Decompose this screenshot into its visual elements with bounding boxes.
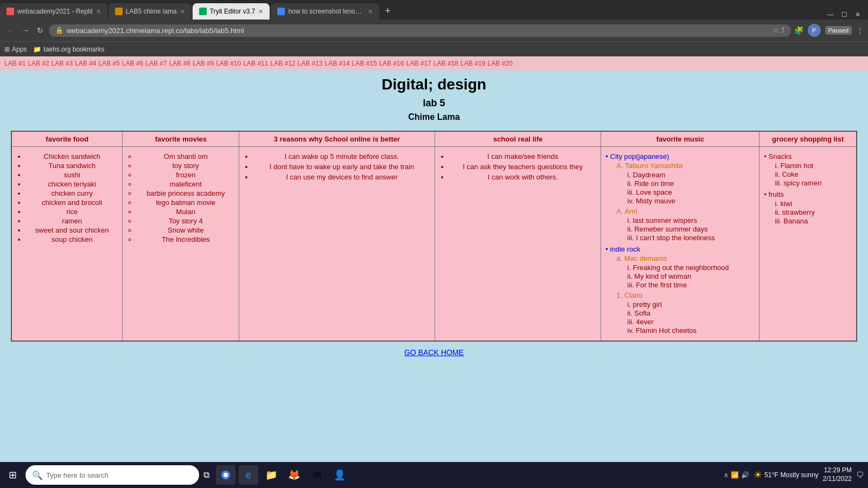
lab-nav-13[interactable]: LAB #13 xyxy=(298,60,323,67)
extensions-icon[interactable]: 🧩 xyxy=(794,26,803,35)
grocery-item: i. kiwi xyxy=(775,200,852,208)
minimize-button[interactable]: — xyxy=(824,10,837,20)
taskbar-right: ∧ 📶 🔊 ☀ 51°F Mostly sunny 12:29 PM 2/11/… xyxy=(724,466,864,483)
volume-icon[interactable]: 🔊 xyxy=(741,471,749,479)
paused-label: Paused xyxy=(828,27,848,34)
page-title: Digital; design xyxy=(11,76,857,93)
lab-nav-5[interactable]: LAB #5 xyxy=(99,60,120,67)
col-header-reasons: 3 reasons why School online is better xyxy=(239,131,435,147)
lab-nav-16[interactable]: LAB #16 xyxy=(379,60,404,67)
apps-grid-icon: ⊞ xyxy=(4,46,10,53)
taskbar-edge-icon[interactable]: e xyxy=(239,465,258,485)
lock-icon: 🔒 xyxy=(55,27,63,34)
network-icon: 📶 xyxy=(731,471,739,479)
tab-tryit[interactable]: Tryit Editor v3.7 ✕ xyxy=(193,3,270,20)
lab-nav-15[interactable]: LAB #15 xyxy=(352,60,377,67)
list-item: Mulan xyxy=(137,208,234,216)
list-item: I dont have to wake up early and take th… xyxy=(253,163,430,171)
taskbar: ⊞ 🔍 Type here to search ⧉ e 📁 🦊 ✉ 👤 ∧ 📶 … xyxy=(0,462,868,488)
lab-nav-9[interactable]: LAB #9 xyxy=(193,60,214,67)
profile-label: P xyxy=(812,27,816,34)
lab-nav-18[interactable]: LAB #18 xyxy=(433,60,458,67)
cell-grocery: Snacks i. Flamin hot ii. Coke iii. spicy… xyxy=(760,147,857,342)
tab-title-lab5: LAB5 chime lama xyxy=(126,8,177,15)
list-item: I can ask they teachers questions they xyxy=(449,163,596,171)
tab-replit[interactable]: webacademy2021 - Replit ✕ xyxy=(0,3,107,20)
lab-nav-12[interactable]: LAB #12 xyxy=(270,60,295,67)
notification-icon[interactable]: 🗨 xyxy=(856,471,864,479)
tab-title-tryit: Tryit Editor v3.7 xyxy=(210,8,256,15)
taskbar-mail-icon[interactable]: ✉ xyxy=(307,465,327,485)
taskbar-chrome-icon[interactable] xyxy=(216,465,235,485)
cell-reallife: I can make/see friends I can ask they te… xyxy=(435,147,601,342)
lab-nav-10[interactable]: LAB #10 xyxy=(216,60,241,67)
music-artist-3: a. Mac demarco xyxy=(616,254,755,262)
start-button[interactable]: ⊞ xyxy=(4,467,21,483)
refresh-button[interactable]: ↻ xyxy=(35,25,46,36)
taskbar-app-icons: e 📁 🦊 ✉ 👤 xyxy=(216,465,349,485)
lab-nav-1[interactable]: LAB #1 xyxy=(4,60,25,67)
paused-button[interactable]: Paused xyxy=(825,26,852,35)
taskbar-firefox-icon[interactable]: 🦊 xyxy=(284,465,304,485)
tab-close-replit[interactable]: ✕ xyxy=(96,8,101,15)
taskbar-profile-icon[interactable]: 👤 xyxy=(330,465,349,485)
taskbar-search-bar[interactable]: 🔍 Type here to search xyxy=(25,465,199,485)
list-item: maleficent xyxy=(137,180,234,188)
share-icon[interactable]: ⤴ xyxy=(781,27,784,34)
lab-nav-19[interactable]: LAB #19 xyxy=(461,60,486,67)
lab-nav-17[interactable]: LAB #17 xyxy=(406,60,431,67)
page-subtitle: lab 5 xyxy=(11,98,857,109)
tab-google[interactable]: how to screenshot lenovo - Goo... ✕ xyxy=(271,3,379,20)
tab-close-lab5[interactable]: ✕ xyxy=(180,8,185,15)
music-artist-2: A. Anri xyxy=(616,207,755,215)
tab-lab5[interactable]: LAB5 chime lama ✕ xyxy=(108,3,192,20)
tab-favicon-replit xyxy=(7,8,14,15)
page-author: Chime Lama xyxy=(11,112,857,122)
star-icon[interactable]: ☆ xyxy=(773,27,779,34)
lab-nav-14[interactable]: LAB #14 xyxy=(325,60,350,67)
menu-icon[interactable]: ⋮ xyxy=(856,26,864,35)
col-header-movies: favorite movies xyxy=(123,131,239,147)
music-section: City pop(japanese) A. Tatsuro Yamashita … xyxy=(605,152,755,335)
system-tray-icons: ∧ 📶 🔊 xyxy=(724,471,749,479)
lab-nav-6[interactable]: LAB #6 xyxy=(122,60,143,67)
music-song: i. last summer wispers xyxy=(627,216,755,224)
address-bar[interactable]: 🔒 webacademy2021.chimelama.repl.co/labs/… xyxy=(49,24,791,37)
close-window-button[interactable]: ✕ xyxy=(852,10,864,20)
lab-nav-2[interactable]: LAB #2 xyxy=(28,60,49,67)
bookmark-apps[interactable]: ⊞ Apps xyxy=(4,46,27,53)
page-content: LAB #1 LAB #2 LAB #3 LAB #4 LAB #5 LAB #… xyxy=(0,56,868,462)
back-button[interactable]: ← xyxy=(4,25,16,36)
music-song: i. Daydream xyxy=(627,171,755,179)
taskbar-clock[interactable]: 12:29 PM 2/11/2022 xyxy=(823,466,852,483)
lab-nav-8[interactable]: LAB #8 xyxy=(169,60,190,67)
new-tab-button[interactable]: + xyxy=(380,5,395,17)
list-item: chicken teriyaki xyxy=(26,180,118,188)
bookmark-taehs[interactable]: 📁 taehs.org bookmarks xyxy=(33,46,104,53)
tab-close-google[interactable]: ✕ xyxy=(368,8,373,15)
list-item: I can use my devices to find answer xyxy=(253,173,430,181)
movies-list: Om shanti om toy story frozen maleficent… xyxy=(127,152,234,243)
forward-button[interactable]: → xyxy=(20,25,31,36)
weather-temp: 51°F xyxy=(764,471,778,479)
taskbar-files-icon[interactable]: 📁 xyxy=(261,465,281,485)
lab-nav-7[interactable]: LAB #7 xyxy=(145,60,167,67)
maximize-button[interactable]: ☐ xyxy=(838,10,851,20)
search-icon: 🔍 xyxy=(32,470,43,480)
bookmark-folder-icon: 📁 xyxy=(33,46,41,53)
lab-nav-20[interactable]: LAB #20 xyxy=(488,60,513,67)
back-home-link[interactable]: GO BACK HOME xyxy=(11,348,857,357)
lab-nav-4[interactable]: LAB #4 xyxy=(75,60,96,67)
reasons-list: I can wake up 5 minute before class. I d… xyxy=(244,152,430,181)
lab-nav-3[interactable]: LAB #3 xyxy=(52,60,73,67)
tab-close-tryit[interactable]: ✕ xyxy=(258,8,263,15)
list-item: Tuna sandwich xyxy=(26,162,118,170)
lab-nav-11[interactable]: LAB #11 xyxy=(243,60,268,67)
grocery-item: iii. Banana xyxy=(775,217,852,225)
chevron-up-icon[interactable]: ∧ xyxy=(724,471,729,479)
profile-button[interactable]: P xyxy=(808,24,821,37)
list-item: frozen xyxy=(137,171,234,179)
list-item: I can make/see friends xyxy=(449,152,596,160)
task-view-icon[interactable]: ⧉ xyxy=(203,470,209,480)
tab-favicon-tryit xyxy=(199,8,207,15)
